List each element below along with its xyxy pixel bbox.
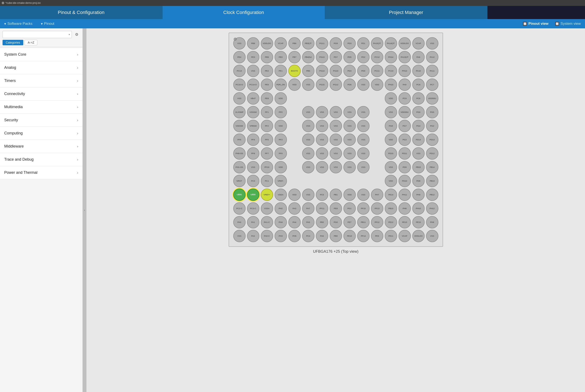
pin-circle[interactable]: PF8 <box>247 147 259 160</box>
pin-circle[interactable]: VSS <box>316 120 328 132</box>
pin-circle[interactable]: PF3 <box>274 134 287 146</box>
pin-circle[interactable]: PF12 <box>371 216 383 228</box>
pin-circle[interactable]: VSSA <box>261 202 273 215</box>
pin-circle[interactable]: PD7 <box>330 51 342 63</box>
pin-circle[interactable]: PB7 <box>288 51 301 63</box>
pin-circle[interactable]: PD10 <box>399 175 411 187</box>
tab-az[interactable]: A->Z <box>25 40 38 45</box>
pin-circle[interactable]: PE8 <box>330 202 342 215</box>
pin-circle[interactable]: PD1 <box>357 37 370 50</box>
pin-circle[interactable]: PH9 <box>412 188 425 201</box>
pin-circle[interactable]: PG8 <box>385 120 397 132</box>
pin-circle[interactable]: PF4 <box>247 134 259 146</box>
pin-circle[interactable]: PG6 <box>412 106 425 118</box>
pin-circle[interactable]: PB8 <box>247 37 259 50</box>
pin-circle[interactable]: PDR_ON <box>274 78 287 91</box>
pin-circle[interactable]: PE11 <box>385 230 397 242</box>
pin-circle[interactable]: VSS <box>357 78 370 91</box>
pin-circle[interactable]: PB13 <box>426 175 438 187</box>
pin-circle[interactable]: PE14 <box>385 188 397 201</box>
pin-circle[interactable]: PA0 <box>233 216 245 228</box>
sidebar-item-analog[interactable]: Analog › <box>0 61 82 74</box>
pin-circle[interactable]: VSS <box>302 120 315 132</box>
pin-circle[interactable]: PB5 <box>302 65 315 77</box>
pin-circle[interactable]: PE4 <box>233 51 245 63</box>
pin-circle[interactable]: PB0 <box>330 230 342 242</box>
sidebar-item-security[interactable]: Security › <box>0 114 82 127</box>
pin-circle[interactable]: PE13 <box>399 216 411 228</box>
pin-circle[interactable]: PE12 <box>385 216 397 228</box>
pin-circle[interactable]: PA2 <box>247 230 259 242</box>
pin-circle[interactable]: PB12 <box>426 188 438 201</box>
pin-circle[interactable]: PC2-C <box>233 202 245 215</box>
pin-circle[interactable]: VSS <box>330 161 342 173</box>
pin-circle[interactable]: PC15-O <box>233 78 245 91</box>
pin-circle[interactable]: VSS <box>344 147 356 160</box>
pin-circle[interactable]: PF9 <box>274 147 287 160</box>
pin-circle[interactable]: VSS <box>330 106 342 118</box>
pin-circle[interactable]: VDD <box>385 175 397 187</box>
pin-circle[interactable]: PD4 <box>344 65 356 77</box>
pin-circle[interactable]: PE5 <box>261 78 273 91</box>
pin-circle[interactable]: VREF+ <box>261 188 273 201</box>
pin-circle[interactable]: VSS <box>330 147 342 160</box>
pin-circle[interactable]: PF6 <box>233 134 245 146</box>
pin-circle[interactable]: VSS <box>357 188 370 201</box>
pin-circle[interactable]: PF10 <box>261 161 273 173</box>
pin-circle[interactable]: VSS <box>302 147 315 160</box>
pin-circle[interactable]: PC14-O <box>247 78 259 91</box>
pinout-view-btn[interactable]: 🔲 Pinout view <box>523 22 548 26</box>
pin-circle[interactable]: VSS <box>344 161 356 173</box>
pin-circle[interactable]: VCAP <box>399 230 411 242</box>
pin-circle[interactable]: PB3(JT <box>302 37 315 50</box>
sidebar-item-power-thermal[interactable]: Power and Thermal › <box>0 166 82 179</box>
pin-circle[interactable]: VSS <box>316 134 328 146</box>
pin-circle[interactable]: PH4 <box>274 216 287 228</box>
pin-circle[interactable]: VDDLDO <box>412 230 425 242</box>
pin-circle[interactable]: PA3 <box>288 202 301 215</box>
pin-circle[interactable]: VDDSM <box>233 120 245 132</box>
pin-circle[interactable]: PB6 <box>288 37 301 50</box>
pin-circle[interactable]: VSS <box>385 161 397 173</box>
pin-circle[interactable]: PA13(JT <box>399 51 411 63</box>
system-view-btn[interactable]: 🔲 System view <box>555 22 581 26</box>
pin-circle[interactable]: VSS <box>385 106 397 118</box>
pin-circle[interactable]: VDD <box>274 120 287 132</box>
pin-circle[interactable]: VDD <box>274 92 287 104</box>
pin-circle[interactable]: PC4 <box>302 230 315 242</box>
pin-circle[interactable]: PA6 <box>316 230 328 242</box>
pin-circle[interactable]: PA14(JT <box>385 37 397 50</box>
pin-circle[interactable]: PH0-OS <box>233 147 245 160</box>
pin-circle[interactable]: PC0 <box>247 175 259 187</box>
pin-circle[interactable]: PG5 <box>426 106 438 118</box>
pin-circle[interactable]: PH10 <box>412 202 425 215</box>
pin-circle[interactable]: PC5 <box>316 188 328 201</box>
pin-circle[interactable]: PA15(JT <box>371 37 383 50</box>
pin-circle[interactable]: VDD <box>288 78 301 91</box>
gear-button[interactable]: ⚙ <box>74 31 80 38</box>
subnav-pinout[interactable]: ▾ Pinout <box>41 22 54 26</box>
pin-circle[interactable]: VSS <box>412 147 425 160</box>
pin-circle[interactable]: VCAP <box>412 37 425 50</box>
pin-circle[interactable]: PE15 <box>412 216 425 228</box>
pin-circle[interactable]: PH14 <box>385 51 397 63</box>
pin-circle[interactable]: PA10 <box>412 65 425 77</box>
pin-circle[interactable]: PF11 <box>316 202 328 215</box>
pin-circle[interactable]: PF7 <box>261 147 273 160</box>
pin-circle[interactable]: PB1 <box>330 188 342 201</box>
pin-circle[interactable]: PH6 <box>426 216 438 228</box>
pin-circle[interactable]: VDD50U <box>426 92 438 104</box>
pin-circle[interactable]: PD2 <box>357 51 370 63</box>
pin-circle[interactable]: VSS <box>302 134 315 146</box>
pin-circle[interactable]: VSS <box>302 188 315 201</box>
tab-categories[interactable]: Categories <box>3 40 23 45</box>
pin-circle[interactable]: PE9 <box>371 230 383 242</box>
pin-circle[interactable]: VSS <box>233 230 245 242</box>
pin-circle[interactable]: VSS <box>426 230 438 242</box>
pin-circle[interactable]: VSS <box>330 134 342 146</box>
pin-circle[interactable]: PD0 <box>357 65 370 77</box>
pin-circle[interactable]: VSS <box>316 147 328 160</box>
pin-circle[interactable]: PD11 <box>399 147 411 160</box>
pin-circle[interactable]: VFBSM <box>247 120 259 132</box>
pin-circle[interactable]: VDD33U <box>399 106 411 118</box>
